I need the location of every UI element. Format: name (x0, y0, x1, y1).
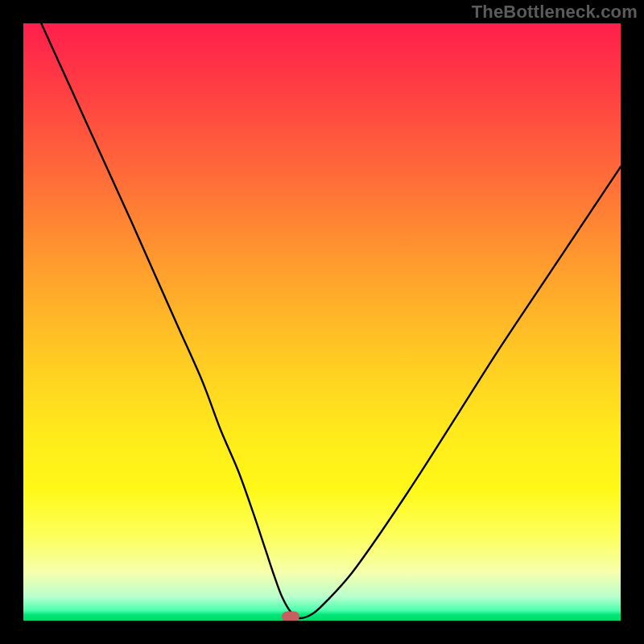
curve-svg (23, 23, 621, 621)
minimum-marker (282, 611, 299, 621)
watermark-text: TheBottleneck.com (472, 2, 638, 23)
plot-area (23, 23, 621, 621)
bottleneck-curve (41, 23, 621, 618)
chart-frame: TheBottleneck.com (0, 0, 644, 644)
